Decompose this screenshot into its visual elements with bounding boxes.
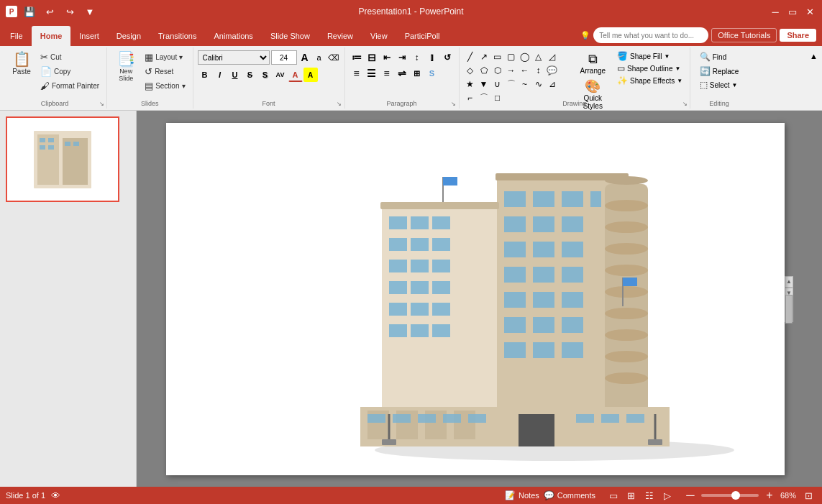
share-button[interactable]: Share: [780, 29, 816, 42]
tab-review[interactable]: Review: [319, 26, 362, 46]
slide-canvas[interactable]: [166, 123, 785, 475]
shape-line[interactable]: ╱: [464, 50, 477, 63]
numbering-button[interactable]: ⊟: [365, 50, 379, 65]
bold-button[interactable]: B: [198, 68, 212, 82]
layout-button[interactable]: ▦Layout▾: [142, 50, 188, 64]
notes-button[interactable]: 📝 Notes: [505, 490, 539, 500]
shape-star[interactable]: ★: [464, 78, 477, 91]
smartart-button[interactable]: S: [425, 66, 439, 81]
tab-file[interactable]: File: [1, 26, 32, 46]
clipboard-expander[interactable]: ↘: [98, 100, 105, 107]
slide-thumbnail[interactable]: [6, 116, 119, 202]
paragraph-expander[interactable]: ↘: [450, 100, 457, 107]
tab-design[interactable]: Design: [108, 26, 150, 46]
shape-outline-button[interactable]: ▭ Shape Outline ▼: [614, 63, 685, 74]
shape-oval[interactable]: ◯: [519, 50, 531, 63]
scroll-thumb[interactable]: [785, 295, 793, 324]
shape-triangle[interactable]: △: [532, 50, 545, 63]
shape-arc[interactable]: ⌒: [505, 78, 518, 91]
save-button[interactable]: 💾: [22, 4, 37, 19]
shape-scribble[interactable]: ∿: [532, 78, 545, 91]
font-name-select[interactable]: Calibri: [198, 50, 270, 65]
close-button[interactable]: ✕: [803, 5, 816, 18]
section-button[interactable]: ▤Section▾: [142, 79, 188, 93]
align-text-button[interactable]: ⊞: [410, 66, 424, 81]
tab-home[interactable]: Home: [32, 26, 71, 46]
scroll-up-button[interactable]: ▲: [785, 276, 793, 288]
clear-formatting-button[interactable]: ⌫: [327, 51, 340, 64]
normal-view-button[interactable]: ▭: [606, 487, 621, 503]
paste-button[interactable]: 📋 Paste: [7, 50, 36, 77]
replace-button[interactable]: 🔄 Replace: [697, 65, 742, 78]
slideshow-view-button[interactable]: ▷: [659, 487, 675, 503]
shape-curve[interactable]: ∪: [491, 78, 504, 91]
accessibility-button[interactable]: 👁: [51, 490, 60, 501]
columns-button[interactable]: ⫿: [425, 50, 439, 65]
find-button[interactable]: 🔍 Find: [697, 50, 729, 63]
shape-right-triangle[interactable]: ◿: [546, 50, 559, 63]
font-expander[interactable]: ↘: [336, 100, 343, 107]
highlight-button[interactable]: A: [303, 68, 318, 82]
shape-callout[interactable]: 💬: [546, 64, 559, 77]
minimize-button[interactable]: ─: [769, 5, 782, 18]
shape-more[interactable]: ▼: [478, 78, 490, 91]
collapse-ribbon-button[interactable]: ▲: [808, 50, 819, 62]
tab-transitions[interactable]: Transitions: [150, 26, 205, 46]
shape-rect[interactable]: ▭: [491, 50, 504, 63]
select-button[interactable]: ⬚ Select ▼: [697, 79, 741, 91]
inc-indent-button[interactable]: ⇥: [395, 50, 409, 65]
format-painter-button[interactable]: 🖌Format Painter: [37, 79, 102, 93]
shape-connector[interactable]: ⊿: [546, 78, 559, 91]
justify-button[interactable]: ⇌: [395, 66, 409, 81]
char-spacing-button[interactable]: AV: [273, 68, 288, 82]
fit-slide-button[interactable]: ⊡: [800, 487, 816, 503]
arrange-button[interactable]: ⧉ Arrange: [576, 50, 611, 76]
shape-pentagon[interactable]: ⬠: [478, 64, 490, 77]
shape-arrow[interactable]: ↗: [478, 50, 490, 63]
tab-slideshow[interactable]: Slide Show: [262, 26, 319, 46]
dec-indent-button[interactable]: ⇤: [380, 50, 394, 65]
tab-view[interactable]: View: [362, 26, 396, 46]
cut-button[interactable]: ✂Cut: [37, 50, 102, 64]
strikethrough-button[interactable]: S: [243, 68, 257, 82]
shape-effects-button[interactable]: ✨ Shape Effects ▼: [614, 75, 685, 86]
font-size-input[interactable]: [271, 50, 297, 65]
undo-button[interactable]: ↩: [42, 4, 58, 19]
align-left-button[interactable]: ≡: [350, 66, 364, 81]
shape-diamond[interactable]: ◇: [464, 64, 477, 77]
text-direction-button[interactable]: ↺: [440, 50, 455, 65]
bullets-button[interactable]: ≔: [350, 50, 364, 65]
office-tutorials-button[interactable]: Office Tutorials: [711, 28, 777, 42]
restore-button[interactable]: ▭: [786, 5, 799, 18]
zoom-in-button[interactable]: +: [762, 487, 777, 503]
reading-view-button[interactable]: ☷: [641, 487, 657, 503]
shape-freeform[interactable]: ~: [519, 78, 531, 91]
customize-qa-button[interactable]: ▼: [82, 4, 98, 19]
increase-font-button[interactable]: A: [298, 51, 311, 64]
comments-button[interactable]: 💬 Comments: [544, 490, 595, 500]
grid-view-button[interactable]: ⊞: [624, 487, 639, 503]
align-right-button[interactable]: ≡: [380, 66, 394, 81]
tab-insert[interactable]: Insert: [70, 26, 108, 46]
redo-button[interactable]: ↪: [62, 4, 78, 19]
shape-up-down[interactable]: ↕: [532, 64, 545, 77]
copy-button[interactable]: 📄Copy: [37, 65, 102, 78]
shape-rounded-rect[interactable]: ▢: [505, 50, 518, 63]
zoom-slider[interactable]: [701, 494, 759, 497]
align-center-button[interactable]: ☰: [365, 66, 379, 81]
italic-button[interactable]: I: [213, 68, 227, 82]
line-spacing-button[interactable]: ↕: [410, 50, 424, 65]
shape-right-arrow[interactable]: →: [505, 64, 518, 77]
tab-participoll[interactable]: ParticiPoll: [396, 26, 449, 46]
shadow-button[interactable]: S: [258, 68, 273, 82]
zoom-out-button[interactable]: ─: [682, 487, 698, 503]
shape-fill-button[interactable]: 🪣 Shape Fill ▼: [614, 50, 685, 62]
font-color-button[interactable]: A: [288, 68, 303, 82]
decrease-font-button[interactable]: a: [313, 51, 326, 64]
vertical-scrollbar[interactable]: ▲ ▼ ▲ ▼: [785, 276, 793, 322]
shape-left-arrow[interactable]: ←: [519, 64, 531, 77]
shape-hexagon[interactable]: ⬡: [491, 64, 504, 77]
drawing-expander[interactable]: ↘: [681, 100, 688, 107]
new-slide-button[interactable]: 📑 New Slide: [111, 50, 140, 83]
tab-animations[interactable]: Animations: [205, 26, 261, 46]
